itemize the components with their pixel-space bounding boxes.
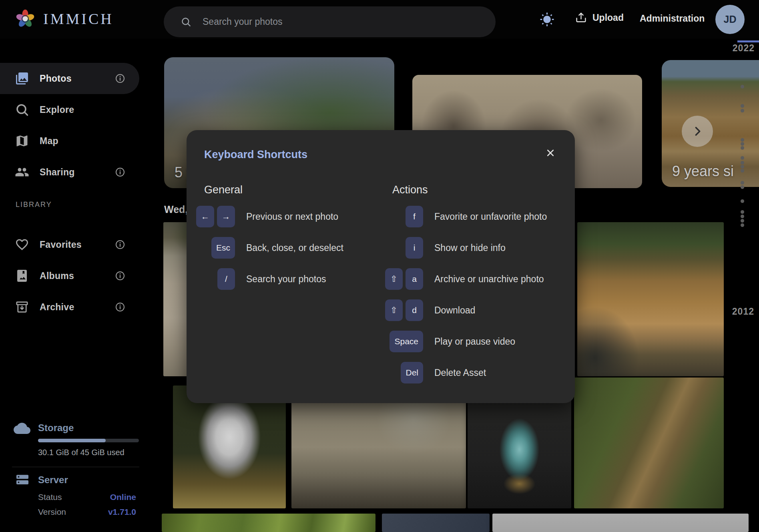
close-button[interactable] [542, 145, 558, 161]
map-icon [15, 134, 29, 148]
sidebar-item-label: Archive [40, 302, 74, 313]
keycap-space: Space [390, 331, 423, 352]
sidebar-item-label: Sharing [40, 167, 75, 178]
upload-label: Upload [592, 12, 624, 23]
timeline-dot [741, 199, 744, 203]
photo-thumbnail[interactable] [173, 385, 286, 508]
sidebar: Photos Explore Map Sharing [0, 39, 139, 532]
keyboard-shortcuts-modal: Keyboard Shortcuts General ← → Previous … [187, 130, 575, 403]
keycap-del: Del [401, 362, 423, 383]
storage-used-text: 30.1 GiB of 45 GiB used [38, 448, 124, 457]
keycap-d: d [406, 299, 423, 321]
storage-progress-bar [38, 439, 139, 442]
sidebar-item-label: Photos [40, 73, 72, 84]
photos-icon [15, 71, 29, 86]
sidebar-item-label: Favorites [40, 239, 82, 250]
info-icon[interactable] [114, 239, 126, 250]
photo-thumbnail[interactable] [382, 514, 490, 532]
sidebar-item-favorites[interactable]: Favorites [0, 229, 139, 260]
search-bar[interactable] [164, 6, 496, 37]
info-icon[interactable] [114, 73, 126, 84]
keycap-right-arrow: → [217, 206, 235, 227]
keycap-f: f [406, 206, 423, 227]
photo-thumbnail[interactable] [162, 514, 375, 532]
timeline-scrubber-handle[interactable] [737, 40, 759, 42]
user-avatar[interactable]: JD [715, 5, 745, 34]
sidebar-item-sharing[interactable]: Sharing [0, 157, 139, 188]
server-status-value: Online [110, 492, 136, 502]
shortcut-row: / Search your photos [199, 268, 387, 290]
app-logo[interactable]: IMMICH [14, 7, 114, 30]
photo-thumbnail[interactable] [492, 514, 749, 532]
sun-icon [540, 12, 554, 27]
memory-card[interactable]: 9 years si [662, 60, 759, 187]
upload-button[interactable]: Upload [575, 12, 624, 24]
shortcut-row: Space Play or pause video [387, 331, 559, 352]
shortcuts-section-general: General ← → Previous or next photo Esc B… [199, 177, 387, 393]
shortcuts-section-actions: Actions f Favorite or unfavorite photo i… [387, 177, 559, 393]
shortcut-row: Esc Back, close, or deselect [199, 237, 387, 259]
sidebar-item-label: Explore [40, 104, 74, 115]
info-icon[interactable] [114, 270, 126, 281]
library-section-header: LIBRARY [16, 201, 139, 209]
memory-next-button[interactable] [682, 116, 713, 147]
app-name: IMMICH [43, 10, 114, 28]
storage-progress-fill [38, 439, 106, 442]
server-title: Server [38, 474, 68, 486]
album-icon [15, 269, 29, 283]
sidebar-item-map[interactable]: Map [0, 125, 139, 157]
timeline-year-label[interactable]: 2012 [732, 306, 754, 317]
cloud-icon [14, 420, 30, 437]
keycap-esc: Esc [211, 237, 235, 259]
server-version-value: v1.71.0 [108, 507, 136, 517]
shortcut-row: ⇧ a Archive or unarchive photo [387, 268, 559, 290]
server-version-label: Version [38, 507, 66, 517]
photo-thumbnail[interactable] [468, 385, 571, 508]
section-title: General [204, 184, 387, 196]
photo-thumbnail[interactable] [291, 385, 466, 508]
keycap-shift: ⇧ [385, 299, 403, 321]
heart-icon [15, 237, 29, 252]
administration-link[interactable]: Administration [640, 13, 705, 24]
timeline-dot [741, 223, 744, 227]
shortcut-label: Show or hide info [434, 243, 506, 253]
info-icon[interactable] [114, 167, 126, 178]
timeline-year-label[interactable]: 2022 [733, 43, 755, 54]
archive-icon [15, 300, 29, 314]
photo-thumbnail[interactable] [577, 222, 724, 376]
sidebar-item-albums[interactable]: Albums [0, 260, 139, 291]
sidebar-divider [12, 467, 139, 467]
immich-flower-icon [14, 7, 37, 30]
sidebar-item-archive[interactable]: Archive [0, 291, 139, 323]
sidebar-item-photos[interactable]: Photos [0, 63, 139, 94]
info-icon[interactable] [114, 301, 126, 313]
sidebar-item-label: Map [40, 136, 58, 147]
sidebar-item-explore[interactable]: Explore [0, 94, 139, 125]
timeline-dot [741, 219, 744, 223]
shortcut-label: Previous or next photo [246, 211, 338, 222]
upload-icon [575, 12, 587, 24]
keycap-slash: / [217, 268, 235, 290]
shortcut-label: Search your photos [246, 274, 326, 285]
server-status-label: Status [38, 492, 62, 502]
server-icon [15, 472, 30, 487]
top-bar: IMMICH Upload Administration JD [0, 0, 759, 39]
people-icon [15, 165, 29, 179]
photo-thumbnail[interactable] [574, 377, 724, 508]
memory-card-title: 9 years si [672, 163, 734, 180]
shortcut-row: i Show or hide info [387, 237, 559, 259]
storage-title: Storage [38, 422, 74, 434]
keycap-a: a [406, 268, 423, 290]
chevron-right-icon [691, 124, 704, 138]
shortcut-row: ← → Previous or next photo [199, 206, 387, 227]
search-input[interactable] [202, 16, 452, 28]
shortcut-label: Delete Asset [434, 367, 486, 378]
shortcut-label: Back, close, or deselect [246, 243, 343, 253]
theme-toggle-button[interactable] [540, 12, 554, 27]
timeline-dot [741, 210, 744, 214]
shortcut-label: Favorite or unfavorite photo [434, 211, 547, 222]
modal-title: Keyboard Shortcuts [204, 149, 307, 161]
search-icon [181, 16, 191, 27]
sidebar-item-label: Albums [40, 271, 74, 281]
timeline-dot [741, 215, 744, 218]
